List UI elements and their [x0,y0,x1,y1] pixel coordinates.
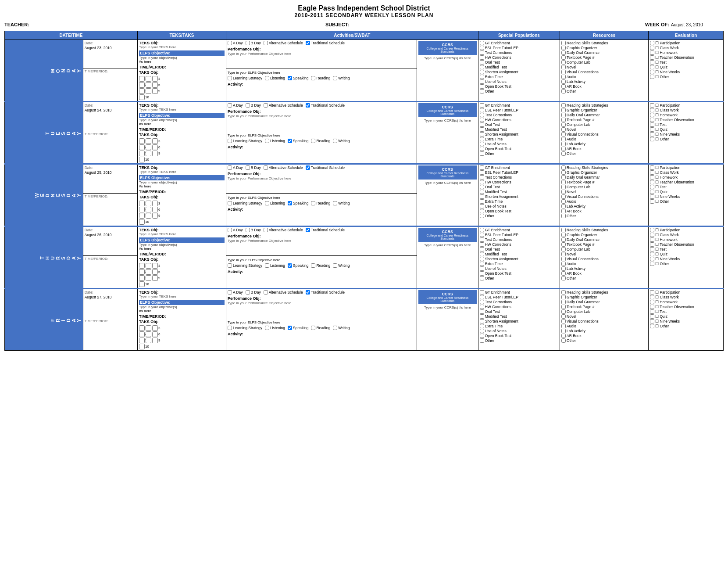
special-checkbox-1[interactable] [480,46,484,50]
special-checkbox-7[interactable] [480,137,484,141]
eval-checkbox-7[interactable] [650,137,654,141]
special-checkbox-0[interactable] [480,103,484,108]
special-checkbox-3[interactable] [480,118,484,122]
resource-checkbox-7[interactable] [561,199,566,204]
eval-checkbox-4[interactable] [650,185,654,189]
eval-checkbox-5[interactable] [650,190,654,194]
special-checkbox-6[interactable] [480,319,484,323]
special-checkbox-8[interactable] [480,329,484,333]
eval-checkbox-6[interactable] [650,194,654,199]
eval-checkbox-2[interactable] [650,175,654,180]
eval-checkbox-4[interactable] [650,122,654,127]
resource-checkbox-10[interactable] [561,338,566,343]
special-checkbox-8[interactable] [480,266,484,271]
special-checkbox-10[interactable] [480,276,484,280]
special-checkbox-6[interactable] [480,194,484,199]
eval-checkbox-5[interactable] [650,314,654,319]
special-checkbox-9[interactable] [480,334,484,338]
resource-checkbox-10[interactable] [561,214,566,218]
resource-checkbox-7[interactable] [561,262,566,266]
special-checkbox-4[interactable] [480,309,484,314]
resource-checkbox-7[interactable] [561,75,566,79]
resource-checkbox-5[interactable] [561,65,566,69]
eval-checkbox-2[interactable] [650,113,654,117]
special-checkbox-1[interactable] [480,108,484,112]
special-checkbox-6[interactable] [480,132,484,137]
special-checkbox-9[interactable] [480,209,484,213]
special-checkbox-3[interactable] [480,55,484,60]
special-checkbox-1[interactable] [480,295,484,299]
resource-checkbox-1[interactable] [561,46,566,50]
resource-checkbox-0[interactable] [561,228,566,232]
special-checkbox-2[interactable] [480,300,484,304]
eval-checkbox-6[interactable] [650,132,654,137]
resource-checkbox-6[interactable] [561,319,566,323]
special-checkbox-1[interactable] [480,170,484,175]
special-checkbox-0[interactable] [480,290,484,295]
resource-checkbox-8[interactable] [561,266,566,271]
special-checkbox-8[interactable] [480,79,484,84]
resource-checkbox-6[interactable] [561,257,566,261]
special-checkbox-9[interactable] [480,147,484,151]
resource-checkbox-6[interactable] [561,70,566,74]
resource-checkbox-6[interactable] [561,194,566,199]
eval-checkbox-2[interactable] [650,300,654,304]
resource-checkbox-2[interactable] [561,50,566,55]
subject-input[interactable] [351,21,430,27]
resource-checkbox-8[interactable] [561,204,566,208]
resource-checkbox-10[interactable] [561,151,566,156]
eval-checkbox-0[interactable] [650,228,654,232]
resource-checkbox-1[interactable] [561,108,566,112]
resource-checkbox-7[interactable] [561,137,566,141]
special-checkbox-6[interactable] [480,70,484,74]
special-checkbox-2[interactable] [480,237,484,242]
special-checkbox-5[interactable] [480,65,484,69]
special-checkbox-4[interactable] [480,247,484,251]
eval-checkbox-6[interactable] [650,70,654,74]
special-checkbox-9[interactable] [480,271,484,276]
eval-checkbox-3[interactable] [650,305,654,309]
eval-checkbox-0[interactable] [650,41,654,45]
special-checkbox-4[interactable] [480,185,484,189]
special-checkbox-10[interactable] [480,214,484,218]
resource-checkbox-0[interactable] [561,290,566,295]
special-checkbox-5[interactable] [480,127,484,132]
special-checkbox-0[interactable] [480,41,484,45]
resource-checkbox-5[interactable] [561,252,566,256]
special-checkbox-7[interactable] [480,262,484,266]
special-checkbox-0[interactable] [480,228,484,232]
resource-checkbox-3[interactable] [561,55,566,60]
resource-checkbox-9[interactable] [561,147,566,151]
special-checkbox-5[interactable] [480,190,484,194]
eval-checkbox-6[interactable] [650,319,654,323]
eval-checkbox-0[interactable] [650,290,654,295]
resource-checkbox-3[interactable] [561,180,566,184]
resource-checkbox-1[interactable] [561,170,566,175]
eval-checkbox-5[interactable] [650,127,654,132]
eval-checkbox-3[interactable] [650,242,654,247]
resource-checkbox-4[interactable] [561,185,566,189]
eval-checkbox-3[interactable] [650,118,654,122]
resource-checkbox-5[interactable] [561,127,566,132]
special-checkbox-10[interactable] [480,338,484,343]
resource-checkbox-2[interactable] [561,300,566,304]
special-checkbox-8[interactable] [480,142,484,146]
resource-checkbox-9[interactable] [561,271,566,276]
special-checkbox-2[interactable] [480,50,484,55]
special-checkbox-7[interactable] [480,75,484,79]
resource-checkbox-8[interactable] [561,329,566,333]
resource-checkbox-3[interactable] [561,305,566,309]
resource-checkbox-4[interactable] [561,122,566,127]
resource-checkbox-0[interactable] [561,165,566,170]
resource-checkbox-8[interactable] [561,79,566,84]
eval-checkbox-3[interactable] [650,180,654,184]
special-checkbox-8[interactable] [480,204,484,208]
resource-checkbox-8[interactable] [561,142,566,146]
resource-checkbox-4[interactable] [561,247,566,251]
resource-checkbox-2[interactable] [561,175,566,180]
resource-checkbox-2[interactable] [561,237,566,242]
resource-checkbox-0[interactable] [561,103,566,108]
eval-checkbox-5[interactable] [650,65,654,69]
resource-checkbox-10[interactable] [561,89,566,93]
resource-checkbox-10[interactable] [561,276,566,280]
